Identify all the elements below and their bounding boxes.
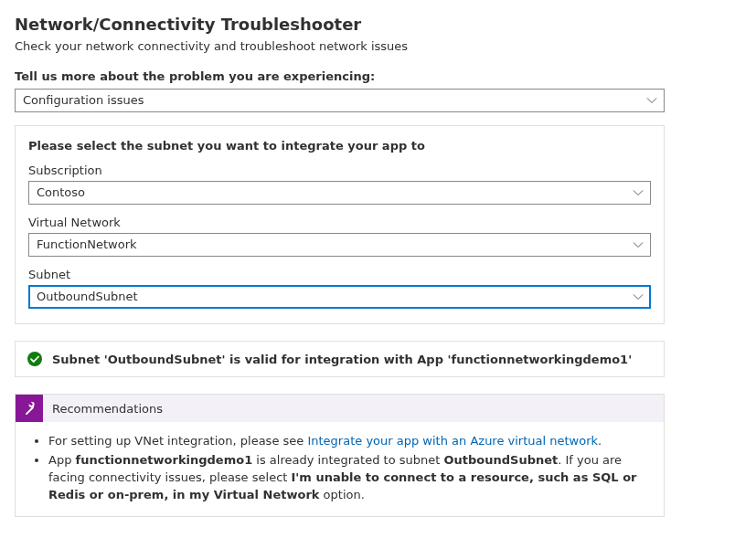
recommendations-header: Recommendations <box>16 395 664 422</box>
status-panel: Subnet 'OutboundSubnet' is valid for int… <box>15 341 665 377</box>
subnet-panel: Please select the subnet you want to int… <box>15 125 665 324</box>
rec1-prefix: For setting up VNet integration, please … <box>48 434 307 448</box>
rec1-suffix: . <box>598 434 602 448</box>
vnet-label: Virtual Network <box>28 216 651 229</box>
subnet-panel-title: Please select the subnet you want to int… <box>28 139 651 153</box>
rec2-t4: option. <box>319 488 364 501</box>
problem-select[interactable]: Configuration issues <box>15 89 665 112</box>
rec2-t1: App <box>48 453 76 467</box>
vnet-select[interactable]: FunctionNetwork <box>28 233 651 257</box>
rec2-t2: is already integrated to subnet <box>252 453 443 467</box>
subscription-select-value[interactable]: Contoso <box>28 181 651 205</box>
subnet-label: Subnet <box>28 268 651 281</box>
wrench-icon <box>16 395 43 422</box>
subnet-select[interactable]: OutboundSubnet <box>28 285 651 309</box>
recommendation-item: For setting up VNet integration, please … <box>48 433 651 450</box>
svg-point-0 <box>27 352 42 366</box>
rec2-subnet-name: OutboundSubnet <box>443 453 558 467</box>
recommendations-body: For setting up VNet integration, please … <box>16 422 664 516</box>
success-check-icon <box>27 351 43 367</box>
recommendations-title: Recommendations <box>43 402 163 416</box>
vnet-integration-link[interactable]: Integrate your app with an Azure virtual… <box>307 434 598 448</box>
recommendations-panel: Recommendations For setting up VNet inte… <box>15 394 665 517</box>
rec2-app-name: functionnetworkingdemo1 <box>76 453 253 467</box>
problem-prompt-label: Tell us more about the problem you are e… <box>15 69 741 83</box>
problem-select-value[interactable]: Configuration issues <box>15 89 665 112</box>
recommendation-item: App functionnetworkingdemo1 is already i… <box>48 452 651 504</box>
page-subtitle: Check your network connectivity and trou… <box>15 39 741 53</box>
status-text: Subnet 'OutboundSubnet' is valid for int… <box>52 353 632 366</box>
subscription-label: Subscription <box>28 164 651 177</box>
page-title: Network/Connectivity Troubleshooter <box>15 15 741 34</box>
vnet-select-value[interactable]: FunctionNetwork <box>28 233 651 257</box>
subscription-select[interactable]: Contoso <box>28 181 651 205</box>
subnet-select-value[interactable]: OutboundSubnet <box>28 285 651 309</box>
